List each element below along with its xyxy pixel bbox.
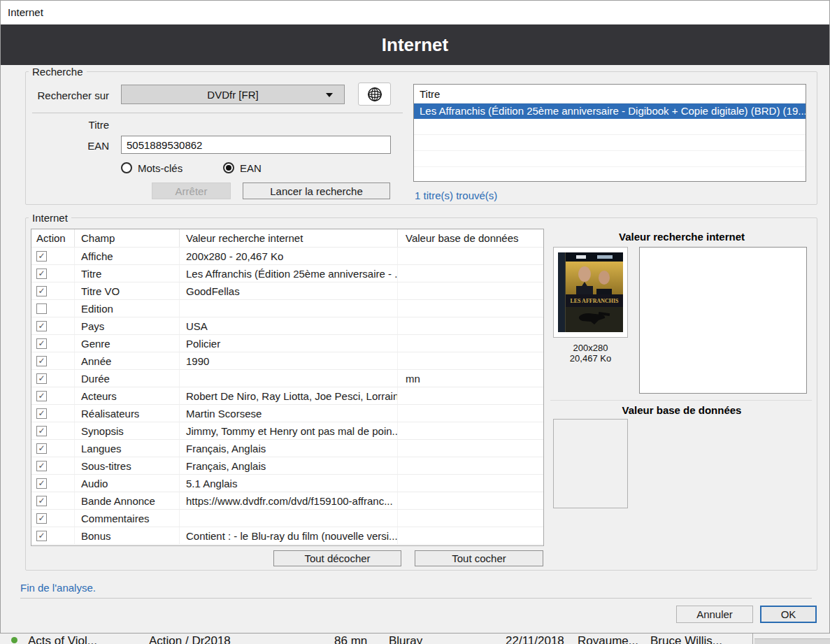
action-checkbox-checked[interactable]: ✓ xyxy=(36,251,47,262)
ean-radio[interactable] xyxy=(223,162,234,173)
background-table-cell: Bluray xyxy=(389,634,422,644)
ok-button[interactable]: OK xyxy=(760,606,817,623)
action-checkbox-checked[interactable]: ✓ xyxy=(36,408,47,419)
table-row: ✓SynopsisJimmy, Tommy et Henry ont pas m… xyxy=(31,422,543,440)
web-value-cell: 200x280 - 20,467 Ko xyxy=(180,248,398,264)
open-website-button[interactable] xyxy=(358,83,391,106)
cancel-button[interactable]: Annuler xyxy=(676,606,753,623)
result-item-empty[interactable] xyxy=(414,135,806,151)
web-value-cell xyxy=(180,370,398,387)
analysis-status-text: Fin de l'analyse. xyxy=(20,582,96,594)
table-row: ✓GenrePolicier xyxy=(31,335,543,352)
divider xyxy=(20,598,812,599)
field-name-cell: Durée xyxy=(75,370,180,387)
action-checkbox-unchecked[interactable] xyxy=(36,303,47,314)
db-value-cell xyxy=(398,527,543,544)
action-checkbox-checked[interactable]: ✓ xyxy=(36,269,47,279)
result-item-empty[interactable] xyxy=(414,119,806,135)
table-row: ✓Sous-titresFrançais, Anglais xyxy=(31,457,543,475)
action-cell: ✓ xyxy=(31,527,75,544)
poster-filesize-caption: 20,467 Ko xyxy=(545,353,636,364)
table-row: ✓LanguesFrançais, Anglais xyxy=(31,440,543,457)
action-checkbox-checked[interactable]: ✓ xyxy=(36,391,47,401)
db-value-preview-box xyxy=(553,419,628,508)
web-value-cell: Français, Anglais xyxy=(180,440,398,457)
ean-radio-label[interactable]: EAN xyxy=(240,162,262,174)
web-value-cell: Contient : - le Blu-ray du film (nouvell… xyxy=(180,527,398,544)
results-list-header: Titre xyxy=(414,85,806,103)
chevron-down-icon xyxy=(326,93,333,97)
window-title: Internet xyxy=(8,6,43,18)
db-value-heading: Valeur base de données xyxy=(546,404,817,416)
internet-dialog: Internet Internet Recherche Rechercher s… xyxy=(0,0,830,634)
action-cell: ✓ xyxy=(31,440,75,457)
field-name-cell: Titre xyxy=(75,265,180,282)
action-checkbox-checked[interactable]: ✓ xyxy=(36,531,47,541)
action-checkbox-checked[interactable]: ✓ xyxy=(36,426,47,436)
db-value-cell xyxy=(398,300,543,317)
action-checkbox-checked[interactable]: ✓ xyxy=(36,321,47,331)
action-cell: ✓ xyxy=(31,370,75,387)
ean-input[interactable] xyxy=(121,136,391,154)
internet-table-body: ✓Affiche200x280 - 20,467 Ko✓TitreLes Aff… xyxy=(31,248,543,545)
result-item-empty[interactable] xyxy=(414,151,806,167)
web-value-cell: Martin Scorsese xyxy=(180,405,398,422)
poster-title-text: LES AFFRANCHIS xyxy=(570,298,619,304)
result-item-empty[interactable] xyxy=(414,167,806,182)
horizontal-scrollbar[interactable] xyxy=(754,638,830,644)
keywords-radio-label[interactable]: Mots-clés xyxy=(138,162,183,174)
poster-thumbnail[interactable]: LES AFFRANCHIS xyxy=(553,247,628,338)
background-table-cell: 86 mn xyxy=(334,634,367,644)
provider-dropdown[interactable]: DVDfr [FR] xyxy=(121,85,345,104)
web-value-cell: https://www.dvdfr.com/dvd/f159100-affran… xyxy=(180,492,398,509)
action-checkbox-checked[interactable]: ✓ xyxy=(36,443,47,454)
action-checkbox-checked[interactable]: ✓ xyxy=(36,478,47,489)
action-checkbox-checked[interactable]: ✓ xyxy=(36,373,47,384)
table-row: ✓TitreLes Affranchis (Édition 25ème anni… xyxy=(31,265,543,282)
uncheck-all-button[interactable]: Tout décocher xyxy=(273,550,401,566)
action-cell: ✓ xyxy=(31,317,75,334)
action-cell: ✓ xyxy=(31,248,75,264)
action-checkbox-checked[interactable]: ✓ xyxy=(36,513,47,524)
field-name-cell: Audio xyxy=(75,475,180,492)
action-cell: ✓ xyxy=(31,510,75,527)
web-value-preview-box xyxy=(639,247,807,394)
web-value-cell: Policier xyxy=(180,335,398,352)
table-row: ✓RéalisateursMartin Scorsese xyxy=(31,405,543,422)
db-value-cell xyxy=(398,352,543,369)
results-list[interactable]: Titre Les Affranchis (Édition 25ème anni… xyxy=(413,84,806,182)
field-name-cell: Acteurs xyxy=(75,387,180,404)
action-cell: ✓ xyxy=(31,475,75,492)
keywords-radio[interactable] xyxy=(121,162,132,173)
window-titlebar[interactable]: Internet xyxy=(1,1,829,24)
start-search-button[interactable]: Lancer la recherche xyxy=(243,183,390,199)
db-value-cell xyxy=(398,510,543,527)
table-row: ✓PaysUSA xyxy=(31,317,543,335)
action-checkbox-checked[interactable]: ✓ xyxy=(36,356,47,366)
background-table-cell: Bruce Willis... xyxy=(650,634,722,644)
background-table-cell: 22/11/2018 xyxy=(506,634,564,644)
column-header-action: Action xyxy=(31,229,75,247)
table-row: ✓Duréemn xyxy=(31,370,543,387)
stop-button[interactable]: Arrêter xyxy=(152,183,231,199)
action-checkbox-checked[interactable]: ✓ xyxy=(36,286,47,296)
web-value-cell: Les Affranchis (Édition 25ème anniversai… xyxy=(180,265,398,282)
action-cell: ✓ xyxy=(31,387,75,404)
field-name-cell: Commentaires xyxy=(75,510,180,527)
result-item-selected[interactable]: Les Affranchis (Édition 25ème anniversai… xyxy=(414,103,806,119)
internet-group-label: Internet xyxy=(29,212,71,224)
table-row: ✓Titre VOGoodFellas xyxy=(31,282,543,300)
action-checkbox-checked[interactable]: ✓ xyxy=(36,338,47,349)
divider xyxy=(550,400,812,401)
db-value-cell xyxy=(398,405,543,422)
field-name-cell: Genre xyxy=(75,335,180,352)
web-value-cell: USA xyxy=(180,317,398,334)
field-name-cell: Sous-titres xyxy=(75,457,180,474)
db-value-cell xyxy=(398,492,543,509)
action-checkbox-checked[interactable]: ✓ xyxy=(36,461,47,471)
web-value-cell xyxy=(180,510,398,527)
db-value-cell xyxy=(398,440,543,457)
check-all-button[interactable]: Tout cocher xyxy=(415,550,543,566)
action-checkbox-checked[interactable]: ✓ xyxy=(36,496,47,506)
table-header: Action Champ Valeur recherche internet V… xyxy=(31,229,543,248)
